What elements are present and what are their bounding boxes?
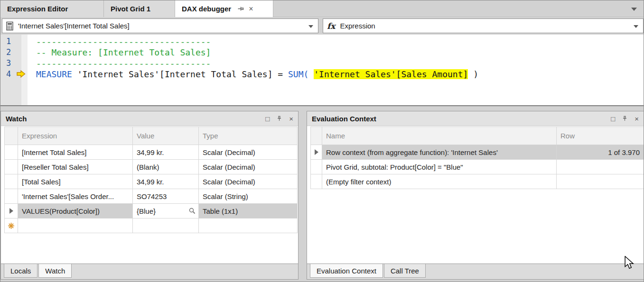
code-line-current: MEASURE 'Internet Sales'[Internet Total …	[36, 69, 478, 80]
tab-call-tree[interactable]: Call Tree	[384, 264, 426, 278]
row-selector-cell[interactable]	[311, 174, 322, 189]
value-cell[interactable]: {Blue}	[133, 204, 199, 218]
current-row-arrow-icon	[9, 208, 13, 214]
row-selector-cell[interactable]	[311, 145, 322, 160]
dax-debugger-window: Expression Editor Pivot Grid 1 DAX debug…	[0, 0, 644, 282]
magnifier-icon[interactable]	[189, 208, 196, 214]
tab-label: Expression Editor	[7, 5, 68, 13]
value-cell[interactable]: 34,99 kr.	[133, 174, 199, 189]
row-selector-cell[interactable]	[5, 189, 18, 204]
code-comment: -- Measure: [Internet Total Sales]	[36, 47, 211, 57]
tab-dax-debugger[interactable]: DAX debugger ×	[175, 0, 273, 17]
context-name-cell[interactable]: Pivot Grid, subtotal: Product[Color] = "…	[322, 160, 557, 174]
column-header-type: Type	[199, 127, 298, 145]
value-cell[interactable]: (Blank)	[133, 160, 199, 174]
type-cell: Scalar (Decimal)	[199, 160, 298, 174]
value-cell[interactable]: 34,99 kr.	[133, 145, 199, 160]
expression-cell[interactable]: [Total Sales]	[18, 174, 133, 189]
tab-pivot-grid-1[interactable]: Pivot Grid 1	[104, 0, 175, 17]
type-cell: Scalar (Decimal)	[199, 174, 298, 189]
current-row-arrow-icon	[315, 149, 318, 155]
type-cell	[199, 218, 298, 233]
row-selector-cell[interactable]	[5, 145, 18, 160]
tab-label: DAX debugger	[182, 5, 231, 13]
code-highlighted-expression: 'Internet Sales'[Sales Amount]	[314, 69, 468, 79]
watch-grid-header: Expression Value Type	[5, 127, 298, 145]
close-icon[interactable]: ×	[289, 115, 293, 122]
close-icon[interactable]: ×	[635, 115, 639, 122]
pin-icon[interactable]	[622, 115, 628, 122]
fx-icon: fx	[327, 21, 335, 31]
evaluation-grid-header: Name Row	[311, 127, 644, 145]
row-selector-cell[interactable]	[5, 204, 18, 218]
line-number: 1	[6, 36, 19, 47]
calculator-icon	[6, 21, 13, 31]
code-line: ----------------------------------	[36, 36, 211, 47]
row-selector-cell[interactable]	[5, 218, 18, 233]
expression-cell[interactable]: [Reseller Total Sales]	[18, 160, 133, 174]
row-selector-cell[interactable]	[5, 174, 18, 189]
expression-cell[interactable]	[18, 218, 133, 233]
tab-list-dropdown-icon[interactable]	[631, 8, 637, 11]
column-header-row: Row	[557, 127, 644, 145]
pin-icon[interactable]	[237, 5, 244, 12]
pin-icon[interactable]	[276, 115, 282, 122]
new-row-star-icon	[8, 222, 15, 229]
panel-title: Watch	[6, 115, 259, 123]
code-line: ----------------------------------	[36, 58, 211, 69]
maximize-icon[interactable]: □	[611, 115, 615, 122]
tab-label: Call Tree	[391, 267, 419, 275]
expression-selector-combobox[interactable]: fx Expression	[323, 18, 644, 33]
watch-panel-tabstrip: Locals Watch	[1, 264, 298, 279]
tab-evaluation-context[interactable]: Evaluation Context	[310, 264, 383, 278]
watch-row[interactable]: 'Internet Sales'[Sales Order... SO74253 …	[5, 189, 298, 204]
watch-row-selected[interactable]: VALUES(Product[Color]) {Blue} Table (1x1…	[5, 204, 298, 218]
watch-new-row[interactable]	[5, 218, 298, 233]
tab-locals[interactable]: Locals	[4, 264, 37, 278]
watch-row[interactable]: [Total Sales] 34,99 kr. Scalar (Decimal)	[5, 174, 298, 189]
column-header-expression: Expression	[18, 127, 133, 145]
tab-expression-editor[interactable]: Expression Editor	[0, 0, 104, 17]
type-cell: Table (1x1)	[199, 204, 298, 218]
watch-panel-header: Watch □ ×	[1, 111, 298, 126]
row-selector-header	[5, 127, 18, 145]
row-selector-cell[interactable]	[5, 160, 18, 174]
evaluation-row[interactable]: (Empty filter context)	[311, 174, 644, 189]
code-editor[interactable]: 1 2 3 4 --------------------------------…	[0, 35, 644, 106]
value-cell[interactable]	[133, 218, 199, 233]
tab-label: Evaluation Context	[317, 267, 376, 275]
tab-watch[interactable]: Watch	[38, 264, 72, 278]
row-selector-header	[311, 127, 322, 145]
expression-cell[interactable]: [Internet Total Sales]	[18, 145, 133, 160]
code-keyword: MEASURE	[36, 69, 72, 79]
evaluation-row-selected[interactable]: Row context (from aggregate function): '…	[311, 145, 644, 160]
value-cell[interactable]: SO74253	[133, 189, 199, 204]
current-statement-arrow-icon	[17, 70, 26, 78]
watch-panel: Watch □ × Expression Value Type [Intern	[0, 111, 299, 280]
close-icon[interactable]: ×	[249, 5, 253, 13]
panel-title: Evaluation Context	[312, 115, 604, 123]
value-text: {Blue}	[137, 207, 156, 215]
evaluation-row[interactable]: Pivot Grid, subtotal: Product[Color] = "…	[311, 160, 644, 174]
column-header-name: Name	[322, 127, 557, 145]
row-selector-cell[interactable]	[311, 160, 322, 174]
evaluation-context-panel: Evaluation Context □ × Name Row	[307, 111, 644, 280]
evaluation-grid: Name Row Row context (from aggregate fun…	[307, 126, 644, 264]
context-row-cell	[557, 160, 644, 174]
context-name-cell[interactable]: (Empty filter context)	[322, 174, 557, 189]
context-name-cell[interactable]: Row context (from aggregate function): '…	[322, 145, 557, 160]
evaluation-panel-tabstrip: Evaluation Context Call Tree	[307, 264, 644, 279]
measure-selector-combobox[interactable]: 'Internet Sales'[Internet Total Sales]	[2, 18, 318, 33]
code-line: -- Measure: [Internet Total Sales]	[36, 47, 211, 58]
expression-cell[interactable]: 'Internet Sales'[Sales Order...	[18, 189, 133, 204]
line-number: 3	[6, 58, 19, 69]
watch-row[interactable]: [Internet Total Sales] 34,99 kr. Scalar …	[5, 145, 298, 160]
mouse-cursor-icon	[624, 256, 635, 269]
code-keyword: SUM(	[288, 69, 308, 79]
watch-row[interactable]: [Reseller Total Sales] (Blank) Scalar (D…	[5, 160, 298, 174]
tab-label: Pivot Grid 1	[111, 5, 150, 13]
tab-label: Watch	[45, 267, 65, 275]
expression-cell[interactable]: VALUES(Product[Color])	[18, 204, 133, 218]
type-cell: Scalar (String)	[199, 189, 298, 204]
maximize-icon[interactable]: □	[265, 115, 270, 122]
